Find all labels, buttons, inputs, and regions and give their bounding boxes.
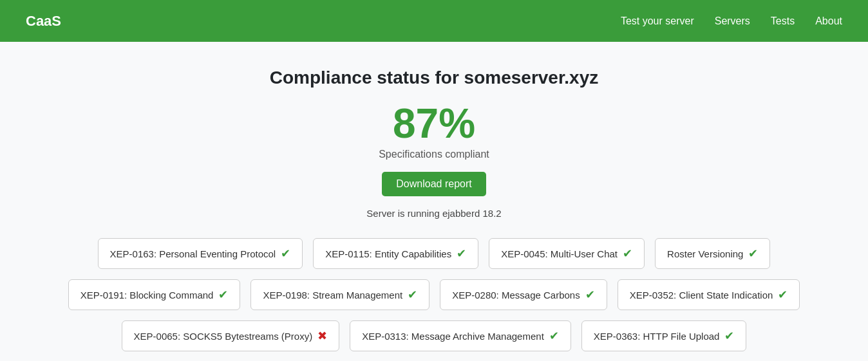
badge-item: XEP-0115: Entity Capabilities✔ xyxy=(313,238,478,269)
badge-item: XEP-0198: Stream Management✔ xyxy=(250,279,429,310)
badge-item: XEP-0280: Message Carbons✔ xyxy=(440,279,607,310)
badge-item: XEP-0313: Message Archive Management✔ xyxy=(350,320,571,351)
nav-about[interactable]: About xyxy=(815,15,842,27)
badge-label: XEP-0198: Stream Management xyxy=(263,290,402,301)
check-icon: ✔ xyxy=(748,246,758,261)
top-header: CaaS Test your server Servers Tests Abou… xyxy=(0,0,868,42)
badge-label: XEP-0313: Message Archive Management xyxy=(362,331,544,342)
cross-icon: ✖ xyxy=(317,329,327,343)
badge-label: XEP-0065: SOCKS5 Bytestreams (Proxy) xyxy=(134,331,313,342)
badge-item: XEP-0191: Blocking Command✔ xyxy=(68,279,241,310)
check-icon: ✔ xyxy=(585,288,595,302)
check-icon: ✔ xyxy=(457,246,466,261)
main-nav: Test your server Servers Tests About xyxy=(621,15,842,27)
compliance-label: Specifications compliant xyxy=(0,149,868,160)
check-icon: ✔ xyxy=(218,288,228,302)
badge-label: XEP-0363: HTTP File Upload xyxy=(594,331,720,342)
server-info: Server is running ejabberd 18.2 xyxy=(0,208,868,219)
download-report-button[interactable]: Download report xyxy=(382,172,486,196)
badge-label: XEP-0280: Message Carbons xyxy=(452,290,580,301)
badge-item: XEP-0065: SOCKS5 Bytestreams (Proxy)✖ xyxy=(122,320,340,351)
nav-test-server[interactable]: Test your server xyxy=(621,15,694,27)
badge-item: XEP-0045: Multi-User Chat✔ xyxy=(489,238,645,269)
badge-row: XEP-0065: SOCKS5 Bytestreams (Proxy)✖XEP… xyxy=(122,320,747,351)
compliance-percent: 87% xyxy=(0,101,868,146)
check-icon: ✔ xyxy=(408,288,417,302)
check-icon: ✔ xyxy=(281,246,290,261)
nav-servers[interactable]: Servers xyxy=(715,15,750,27)
badge-item: XEP-0352: Client State Indication✔ xyxy=(618,279,800,310)
badge-label: XEP-0163: Personal Eventing Protocol xyxy=(110,248,276,259)
check-icon: ✔ xyxy=(623,246,632,261)
badge-item: XEP-0163: Personal Eventing Protocol✔ xyxy=(98,238,303,269)
badge-label: Roster Versioning xyxy=(667,248,743,259)
badges-area: XEP-0163: Personal Eventing Protocol✔XEP… xyxy=(0,238,868,361)
badge-label: XEP-0191: Blocking Command xyxy=(80,290,214,301)
badge-label: XEP-0045: Multi-User Chat xyxy=(501,248,618,259)
badge-label: XEP-0352: Client State Indication xyxy=(630,290,773,301)
nav-tests[interactable]: Tests xyxy=(771,15,795,27)
badge-row: XEP-0163: Personal Eventing Protocol✔XEP… xyxy=(98,238,771,269)
brand-logo: CaaS xyxy=(26,13,61,30)
main-content: Compliance status for someserver.xyz 87%… xyxy=(0,42,868,219)
badge-item: XEP-0363: HTTP File Upload✔ xyxy=(581,320,747,351)
check-icon: ✔ xyxy=(724,329,734,343)
badge-item: Roster Versioning✔ xyxy=(655,238,770,269)
check-icon: ✔ xyxy=(778,288,788,302)
page-title: Compliance status for someserver.xyz xyxy=(0,68,868,88)
check-icon: ✔ xyxy=(549,329,559,343)
badge-row: XEP-0191: Blocking Command✔XEP-0198: Str… xyxy=(68,279,800,310)
badge-label: XEP-0115: Entity Capabilities xyxy=(325,248,451,259)
